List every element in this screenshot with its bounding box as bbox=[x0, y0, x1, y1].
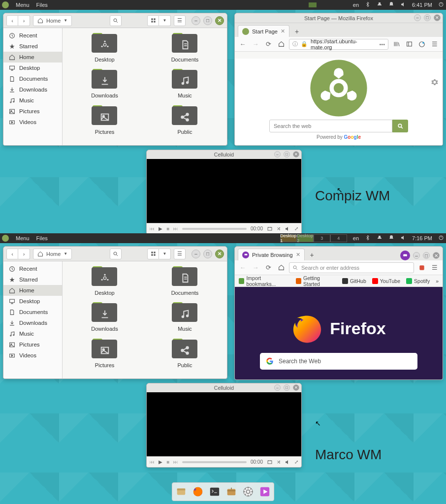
volume-icon[interactable] bbox=[400, 235, 406, 242]
clock[interactable]: 6:41 PM bbox=[412, 2, 432, 8]
files-app[interactable] bbox=[174, 485, 188, 499]
workspace-4[interactable]: 4 bbox=[330, 234, 347, 242]
fm-pane[interactable]: DesktopDocumentsDownloadsMusicPicturesPu… bbox=[63, 261, 227, 378]
notification-icon[interactable] bbox=[388, 235, 394, 242]
panel-files[interactable]: Files bbox=[36, 2, 48, 8]
nav-back-button[interactable]: ‹ bbox=[6, 249, 18, 259]
ff-maximize-button[interactable]: □ bbox=[423, 252, 430, 259]
folder-documents[interactable]: Documents bbox=[145, 266, 225, 301]
home-button[interactable] bbox=[276, 263, 286, 273]
sidebar-item-starred[interactable]: Starred bbox=[3, 41, 62, 52]
sidebar-item-pictures[interactable]: Pictures bbox=[3, 106, 62, 117]
prev-button[interactable]: ⏮ bbox=[150, 226, 155, 231]
software-app[interactable] bbox=[224, 485, 238, 499]
progress-slider[interactable] bbox=[182, 228, 247, 230]
tab-close-icon[interactable]: ✕ bbox=[281, 28, 285, 34]
account-icon[interactable] bbox=[417, 39, 427, 49]
nav-fwd-button[interactable]: › bbox=[18, 15, 30, 26]
folder-pictures[interactable]: Pictures bbox=[64, 339, 145, 374]
sidebar-item-documents[interactable]: Documents bbox=[3, 73, 62, 84]
bookmark-github[interactable]: GitHub bbox=[342, 278, 366, 284]
workspace-2[interactable]: Desktop 2 bbox=[297, 234, 314, 242]
ff-maximize-button[interactable]: □ bbox=[424, 14, 431, 21]
power-icon[interactable] bbox=[438, 1, 444, 8]
view-options-button[interactable]: ▼ bbox=[159, 249, 171, 259]
reload-button[interactable]: ⟳ bbox=[263, 263, 273, 273]
folder-desktop[interactable]: Desktop bbox=[64, 33, 145, 68]
sidebar-item-videos[interactable]: Videos bbox=[3, 350, 62, 361]
network-icon[interactable] bbox=[377, 235, 382, 242]
volume-button[interactable] bbox=[285, 226, 290, 232]
url-bar[interactable]: ⓘ 🔒 https://start.ubuntu-mate.org ••• bbox=[289, 39, 388, 50]
settings-app[interactable] bbox=[241, 485, 255, 499]
library-icon[interactable] bbox=[391, 39, 401, 49]
search-input[interactable]: Search the web bbox=[269, 120, 392, 132]
sidebar-item-recent[interactable]: Recent bbox=[3, 30, 62, 41]
network-icon[interactable] bbox=[377, 1, 382, 8]
sidebar-item-desktop[interactable]: Desktop bbox=[3, 296, 62, 307]
nav-back-button[interactable]: ← bbox=[238, 263, 248, 273]
reload-button[interactable]: ⟳ bbox=[263, 39, 273, 49]
sidebar-item-documents[interactable]: Documents bbox=[3, 307, 62, 317]
workspace-switcher[interactable]: Desktop 1Desktop 234 bbox=[280, 234, 347, 242]
sidebar-item-recent[interactable]: Recent bbox=[3, 263, 62, 274]
folder-desktop[interactable]: Desktop bbox=[64, 266, 145, 301]
nav-back-button[interactable]: ‹ bbox=[6, 15, 18, 26]
folder-downloads[interactable]: Downloads bbox=[64, 69, 145, 104]
volume-button[interactable] bbox=[285, 459, 290, 465]
minimize-button[interactable]: – bbox=[191, 250, 200, 258]
stop-button[interactable]: ■ bbox=[166, 459, 169, 465]
clock[interactable]: 7:16 PM bbox=[412, 235, 432, 241]
sidebar-icon[interactable] bbox=[404, 39, 414, 49]
new-tab-button[interactable]: + bbox=[291, 26, 302, 37]
lang-indicator[interactable]: en bbox=[353, 235, 359, 241]
ff-minimize-button[interactable]: – bbox=[414, 14, 421, 21]
home-button[interactable] bbox=[276, 39, 286, 49]
page-settings-icon[interactable] bbox=[431, 78, 439, 86]
lang-indicator[interactable]: en bbox=[353, 2, 359, 8]
shuffle-icon[interactable]: ⤨ bbox=[277, 226, 281, 231]
workspace-1[interactable]: Desktop 1 bbox=[280, 234, 297, 242]
bookmark-import-bookmarks-[interactable]: Import bookmarks... bbox=[239, 275, 290, 287]
volume-icon[interactable] bbox=[400, 1, 406, 8]
sidebar-item-desktop[interactable]: Desktop bbox=[3, 63, 62, 73]
notification-icon[interactable] bbox=[388, 1, 394, 8]
panel-menu[interactable]: Menu bbox=[16, 2, 30, 8]
video-viewport[interactable] bbox=[147, 392, 301, 456]
ff-minimize-button[interactable]: – bbox=[413, 252, 420, 259]
hamburger-button[interactable]: ☰ bbox=[174, 249, 186, 259]
new-tab-button[interactable]: + bbox=[307, 250, 318, 260]
workspace-switcher-mini[interactable] bbox=[309, 2, 317, 7]
search-submit-button[interactable] bbox=[392, 120, 408, 132]
playlist-icon[interactable] bbox=[267, 459, 273, 465]
shuffle-icon[interactable]: ⤨ bbox=[277, 459, 281, 465]
media-app[interactable] bbox=[258, 485, 272, 499]
view-grid-button[interactable] bbox=[147, 249, 159, 259]
play-button[interactable]: ▶ bbox=[159, 226, 162, 231]
folder-pictures[interactable]: Pictures bbox=[64, 105, 145, 140]
addon-icon[interactable] bbox=[417, 263, 427, 273]
private-search-input[interactable]: Search the Web bbox=[260, 353, 417, 370]
stop-button[interactable]: ■ bbox=[166, 226, 169, 231]
sidebar-item-music[interactable]: Music bbox=[3, 95, 62, 106]
tab-close-icon[interactable]: ✕ bbox=[296, 252, 300, 258]
bookmarks-overflow-icon[interactable]: » bbox=[436, 278, 439, 284]
terminal-app[interactable] bbox=[208, 485, 222, 499]
maximize-button[interactable]: □ bbox=[203, 16, 212, 25]
sidebar-item-downloads[interactable]: Downloads bbox=[3, 84, 62, 95]
close-button[interactable]: ✕ bbox=[215, 250, 224, 258]
media-maximize-button[interactable]: □ bbox=[284, 384, 290, 391]
folder-documents[interactable]: Documents bbox=[145, 33, 225, 68]
search-button[interactable] bbox=[110, 249, 122, 259]
progress-slider[interactable] bbox=[182, 461, 247, 463]
workspace-3[interactable]: 3 bbox=[314, 234, 330, 242]
search-button[interactable] bbox=[110, 15, 122, 26]
bluetooth-icon[interactable] bbox=[365, 1, 371, 8]
prev-button[interactable]: ⏮ bbox=[150, 459, 155, 465]
path-bar[interactable]: Home ▼ bbox=[33, 249, 72, 259]
next-button[interactable]: ⏭ bbox=[173, 459, 178, 465]
playlist-icon[interactable] bbox=[267, 226, 273, 232]
maximize-button[interactable]: □ bbox=[203, 250, 212, 258]
folder-downloads[interactable]: Downloads bbox=[64, 302, 145, 337]
play-button[interactable]: ▶ bbox=[159, 459, 162, 465]
